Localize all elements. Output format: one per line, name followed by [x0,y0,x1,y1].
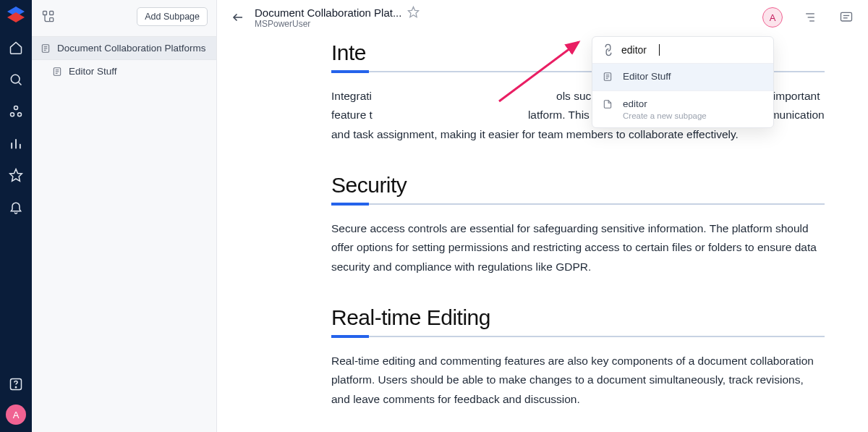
favorite-star-icon[interactable] [407,6,420,19]
heading-underline [331,203,825,205]
popup-item-existing[interactable]: Editor Stuff [592,64,773,90]
home-icon[interactable] [7,39,25,56]
page-title: Document Collaboration Plat... [255,7,401,19]
sidebar-item-label: Editor Stuff [69,66,117,77]
svg-marker-1 [7,12,25,22]
svg-point-6 [18,113,22,117]
page-icon [603,99,614,111]
svg-point-4 [14,106,18,110]
page-subtitle: MSPowerUser [255,19,420,29]
popup-item-sub: Create a new subpage [623,111,707,120]
popup-item-title: editor [623,98,707,110]
caret-icon [659,44,660,56]
svg-rect-13 [43,12,47,15]
outline-icon[interactable] [801,9,819,26]
sidebar-item-label: Document Collaboration Platforms [57,43,206,54]
back-button[interactable] [230,9,246,25]
sidebar: Add Subpage Document Collaboration Platf… [32,0,217,432]
popup-item-create[interactable]: editor Create a new subpage [592,91,773,127]
link-icon [600,42,617,59]
logo-icon [5,4,27,26]
svg-marker-10 [10,169,22,182]
svg-marker-25 [409,7,419,17]
user-avatar-top[interactable]: A [762,7,783,27]
heading-underline [331,336,825,337]
tree-icon[interactable] [41,9,56,25]
main-area: Document Collaboration Plat... MSPowerUs… [217,0,868,432]
popup-item-title: Editor Stuff [623,71,671,82]
svg-point-2 [11,75,20,83]
link-search-input[interactable] [621,44,652,56]
add-subpage-button[interactable]: Add Subpage [137,7,208,26]
comment-icon[interactable] [838,9,855,26]
user-avatar-bottom[interactable]: A [6,405,26,425]
svg-point-5 [11,113,14,117]
search-icon[interactable] [7,71,25,88]
sidebar-item-root[interactable]: Document Collaboration Platforms [32,37,216,59]
topbar: Document Collaboration Plat... MSPowerUs… [217,0,868,35]
nav-iconbar: A [0,0,32,432]
paragraph: Secure access controls are essential for… [331,219,825,276]
doc-icon [603,72,614,83]
doc-icon [52,66,63,77]
star-icon[interactable] [7,166,25,184]
bell-icon[interactable] [7,198,25,216]
svg-rect-29 [841,12,852,21]
heading-realtime: Real-time Editing [331,305,825,330]
paragraph: Real-time editing and commenting feature… [331,352,825,409]
heading-security: Security [331,173,825,198]
help-icon[interactable] [7,376,25,393]
svg-rect-14 [50,12,54,15]
svg-line-3 [19,82,22,85]
sidebar-item-child[interactable]: Editor Stuff [32,60,216,82]
doc-icon [41,43,51,54]
link-popup: Editor Stuff editor Create a new subpage [592,36,774,128]
workspace-icon[interactable] [7,103,25,120]
svg-point-12 [15,387,16,388]
analytics-icon[interactable] [7,135,25,152]
svg-rect-15 [50,18,54,22]
